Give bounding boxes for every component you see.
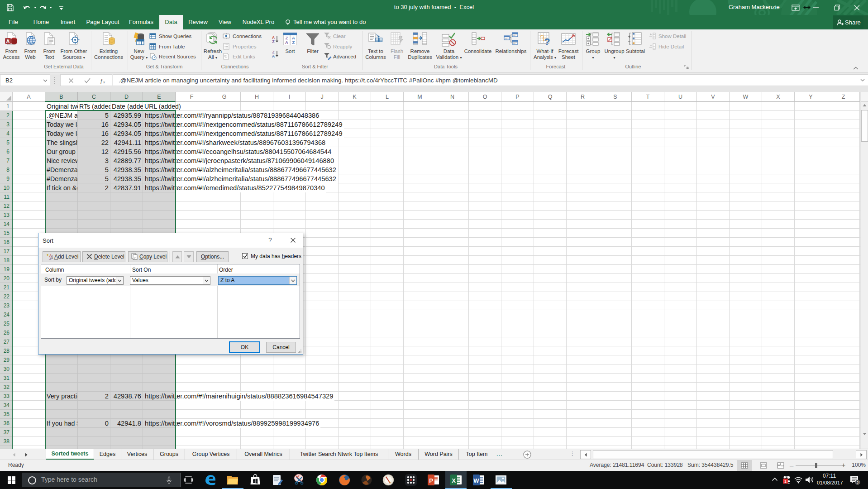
- svg-text:P: P: [429, 477, 433, 484]
- svg-text:W: W: [473, 477, 479, 484]
- svg-text:Z: Z: [292, 40, 295, 45]
- svg-text:A: A: [6, 38, 10, 44]
- svg-text:A: A: [285, 40, 288, 45]
- svg-text:2: 2: [856, 480, 858, 485]
- svg-text:?: ?: [544, 36, 550, 47]
- svg-text:1: 1: [784, 479, 787, 484]
- svg-text:x: x: [103, 80, 105, 84]
- svg-text:Z: Z: [272, 39, 274, 43]
- svg-text:Z: Z: [49, 257, 52, 260]
- svg-text:A: A: [49, 254, 52, 257]
- svg-text:A: A: [272, 54, 275, 58]
- svg-text:X: X: [452, 477, 456, 484]
